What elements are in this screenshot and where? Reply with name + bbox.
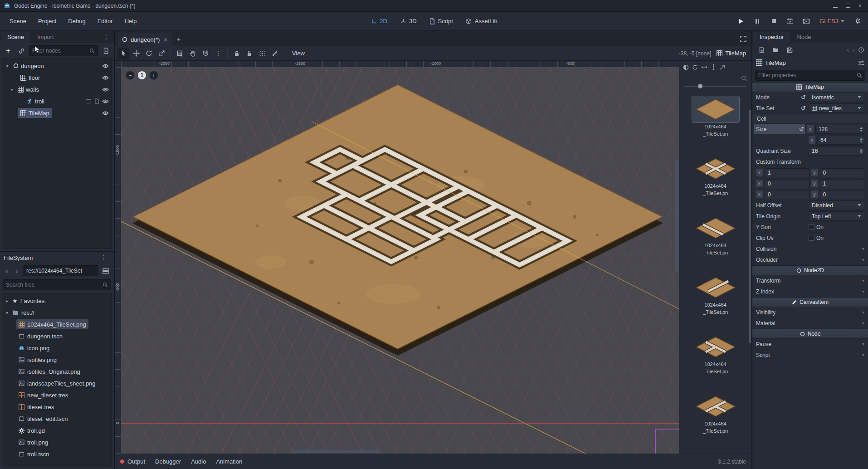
tile-item[interactable]: 1024x464 _TileSet.pn	[679, 330, 751, 390]
snap-tool-button[interactable]	[200, 48, 211, 59]
scene-node-walls[interactable]: ▾ walls	[2, 83, 112, 95]
clip-uv-checkbox[interactable]	[809, 235, 814, 241]
ct-value[interactable]: 0	[765, 179, 809, 188]
zoom-in-button[interactable]: +	[149, 71, 158, 80]
spin-arrows-icon[interactable]	[860, 138, 863, 142]
scene-node-troll[interactable]: troll	[2, 95, 112, 107]
maximize-button[interactable]	[846, 3, 850, 9]
ct-value[interactable]: 0	[820, 190, 865, 199]
play-custom-scene-button[interactable]	[800, 16, 812, 27]
expand-arrow-icon[interactable]: ▾	[9, 87, 15, 92]
group-cell[interactable]: Cell	[752, 114, 868, 124]
zoom-reset-button[interactable]: 1	[137, 71, 146, 80]
cell-size-y-spinner[interactable]: 64	[817, 136, 864, 145]
section-script[interactable]: Script ▾	[752, 350, 868, 361]
search-icon[interactable]	[741, 73, 747, 83]
split-view-button[interactable]	[100, 265, 111, 276]
expand-arrow-icon[interactable]: ▾	[4, 64, 10, 68]
group-button[interactable]	[256, 48, 268, 59]
file-item[interactable]: troll.gd	[2, 425, 112, 436]
tile-item[interactable]: 1024x464 _TileSet.pn	[679, 211, 751, 271]
visibility-toggle[interactable]	[102, 64, 109, 68]
scale-tool-button[interactable]	[156, 48, 167, 59]
tile-set-dropdown[interactable]: new_tiles	[809, 103, 864, 113]
play-button[interactable]	[735, 16, 747, 27]
mode-dropdown[interactable]: Isometric	[809, 93, 864, 102]
debugger-tab[interactable]: Debugger	[155, 458, 181, 465]
tab-inspector[interactable]: Inspector	[753, 32, 790, 43]
filter-nodes-input[interactable]	[32, 48, 88, 54]
select-tool-button[interactable]	[117, 48, 129, 59]
menu-project[interactable]: Project	[33, 15, 61, 27]
load-resource-button[interactable]	[770, 44, 781, 55]
spin-arrows-icon[interactable]	[860, 127, 863, 132]
slider-knob[interactable]	[698, 84, 702, 88]
res-root-item[interactable]: ▾res://	[2, 307, 112, 318]
section-transform[interactable]: Transform ▾	[752, 275, 868, 286]
script-icon[interactable]	[94, 98, 99, 104]
file-item[interactable]: isotiles_Original.png	[2, 366, 112, 377]
search-files-input[interactable]	[6, 282, 101, 288]
close-button[interactable]: ×	[858, 3, 862, 9]
animation-tab[interactable]: Animation	[216, 458, 242, 465]
bone-button[interactable]	[269, 48, 281, 59]
mode-assetlib-button[interactable]: AssetLib	[461, 15, 502, 27]
file-item[interactable]: dungeon.tscn	[2, 330, 112, 342]
dock-menu-dots-icon[interactable]: ⋮	[97, 254, 110, 261]
lock-button[interactable]	[231, 48, 243, 59]
audio-tab[interactable]: Audio	[191, 458, 206, 465]
tile-item[interactable]: 1024x464 _TileSet.pn	[679, 152, 751, 211]
zoom-out-button[interactable]: −	[126, 71, 135, 80]
view-menu[interactable]: View	[288, 48, 309, 59]
menu-scene[interactable]: Scene	[5, 15, 31, 27]
mode-script-button[interactable]: Script	[425, 15, 458, 27]
palette-zoom-slider[interactable]	[684, 83, 747, 90]
ct-value[interactable]: 1	[820, 179, 865, 188]
flip-h-icon[interactable]	[701, 64, 707, 70]
tile-item[interactable]: 1024x464 _TileSet.pn	[679, 93, 751, 152]
file-item[interactable]: icon.png	[2, 342, 112, 354]
file-item[interactable]: tileset.tres	[2, 401, 112, 413]
rotate-tool-button[interactable]	[143, 48, 155, 59]
horizontal-scrollbar[interactable]	[291, 450, 380, 453]
section-occluder[interactable]: Occluder ▾	[752, 254, 868, 265]
scene-node-floor[interactable]: floor	[2, 72, 112, 83]
section-visibility[interactable]: Visibility ▾	[752, 307, 868, 318]
tab-import[interactable]: Import	[31, 32, 60, 43]
pan-tool-button[interactable]	[187, 48, 199, 59]
pause-button[interactable]	[751, 16, 763, 27]
menu-help[interactable]: Help	[120, 15, 142, 27]
section-pause[interactable]: Pause ▾	[752, 339, 868, 350]
palette-scrollbar[interactable]	[749, 110, 751, 343]
file-item[interactable]: landscapeTiles_sheet.png	[2, 377, 112, 389]
cell-size-x-spinner[interactable]: 128	[815, 125, 864, 134]
stop-button[interactable]	[768, 16, 780, 27]
vertical-scrollbar[interactable]	[675, 160, 678, 271]
y-sort-checkbox[interactable]	[809, 224, 814, 230]
new-tab-button[interactable]: +	[173, 34, 185, 45]
renderer-dropdown[interactable]: GLES3	[817, 18, 847, 24]
object-tools-icon[interactable]	[858, 60, 864, 66]
play-scene-button[interactable]	[784, 16, 796, 27]
file-item[interactable]: tileset_edit.tscn	[2, 413, 112, 425]
attach-script-button[interactable]	[100, 45, 111, 56]
expand-viewport-button[interactable]	[738, 34, 749, 44]
back-button[interactable]: ‹	[3, 266, 11, 276]
file-item[interactable]: troll.tscn	[2, 448, 112, 460]
save-resource-button[interactable]	[784, 44, 795, 55]
ct-value[interactable]: 0	[820, 168, 865, 177]
movie-icon[interactable]	[85, 98, 92, 104]
forward-button[interactable]: ›	[13, 266, 21, 276]
section-z-index[interactable]: Z Index ▾	[752, 286, 868, 297]
flip-v-icon[interactable]	[711, 64, 716, 70]
scene-node-dungeon[interactable]: ▾ dungeon	[2, 60, 112, 72]
visibility-toggle[interactable]	[102, 87, 109, 92]
mode-3d-button[interactable]: 3D	[395, 15, 421, 27]
update-spinner-button[interactable]	[852, 16, 863, 27]
tile-item[interactable]: 1024x464 _TileSet.pn	[679, 271, 751, 330]
snap-options-button[interactable]: ⋮	[212, 48, 224, 59]
mode-2d-button[interactable]: 2D	[366, 15, 392, 27]
menu-editor[interactable]: Editor	[93, 15, 118, 27]
visibility-toggle[interactable]	[102, 75, 109, 80]
move-tool-button[interactable]	[130, 48, 142, 59]
